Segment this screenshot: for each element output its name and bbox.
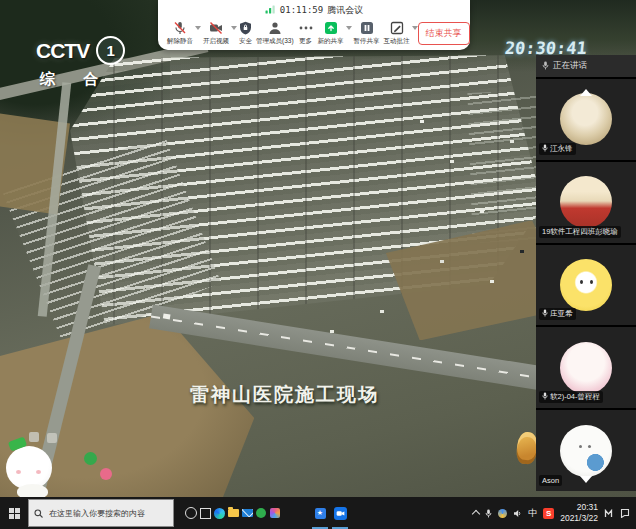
unmute-button[interactable]: 解除静音 xyxy=(165,21,195,46)
scroll-up-arrow-icon[interactable] xyxy=(580,89,592,96)
participant-name-badge: 江永锋 xyxy=(539,143,576,155)
participant-name: Ason xyxy=(542,476,559,485)
green-app-button[interactable] xyxy=(254,497,268,529)
more-button[interactable]: 更多 xyxy=(296,21,316,46)
clock-time: 20:31 xyxy=(577,502,598,513)
cctv-logo: CCTV 1 综 合 xyxy=(36,36,125,89)
system-tray: 中 S 20:31 2021/3/22 xyxy=(467,497,636,529)
avatar xyxy=(560,425,612,477)
meeting-app-name: 腾讯会议 xyxy=(327,4,363,17)
avatar xyxy=(560,259,612,311)
members-icon xyxy=(268,21,282,35)
cortana-icon xyxy=(185,507,197,519)
photos-button[interactable] xyxy=(268,497,282,529)
participant-name: 庄亚希 xyxy=(550,309,573,319)
taskbar-clock[interactable]: 20:31 2021/3/22 xyxy=(560,502,598,523)
broadcast-caption: 雷神山医院施工现场 xyxy=(190,382,379,408)
avatar xyxy=(560,342,612,394)
participant-tiles: 江永锋 19软件工程四班彭晓瑜 庄亚希 软2 xyxy=(536,77,636,491)
taskbar-apps xyxy=(184,497,282,529)
security-button[interactable]: 安全 xyxy=(237,21,254,46)
tray-app-icon[interactable] xyxy=(498,509,507,518)
sticker-body xyxy=(17,484,48,497)
green-badge xyxy=(84,452,97,465)
tencent-meeting-icon xyxy=(334,507,347,520)
task-view-icon xyxy=(200,508,211,519)
more-dots-icon xyxy=(298,21,314,35)
camera-muted-icon xyxy=(209,21,223,35)
pause-share-label: 暂停共享 xyxy=(354,37,380,46)
new-share-label: 新的共享 xyxy=(318,37,344,46)
participant-tile[interactable]: 19软件工程四班彭晓瑜 xyxy=(536,162,636,243)
video-trucks xyxy=(163,313,171,319)
start-video-button[interactable]: 开启视频 xyxy=(201,21,231,46)
screen: CCTV 1 综 合 20:30:41 雷神山医院施工现场 01:11:59 腾… xyxy=(0,0,636,529)
tray-mic-icon[interactable] xyxy=(485,504,492,522)
mic-muted-icon xyxy=(173,21,187,35)
participant-name: 软2)-04-曾程程 xyxy=(550,392,600,402)
cortana-button[interactable] xyxy=(184,497,198,529)
edge-icon xyxy=(214,508,225,519)
annotate-pen-icon xyxy=(390,21,404,35)
sogou-ime-icon[interactable]: S xyxy=(543,508,554,519)
mini-emote-icon xyxy=(47,433,57,443)
tencent-meeting-taskbar-button[interactable] xyxy=(330,497,350,529)
participants-sidebar: 正在讲话 江永锋 19软件工程四班彭晓瑜 xyxy=(536,55,636,491)
clock-date: 2021/3/22 xyxy=(560,513,598,524)
meeting-toolbar: 01:11:59 腾讯会议 解除静音 开启视频 安全 xyxy=(158,0,470,50)
ime-indicator[interactable]: 中 xyxy=(528,507,537,520)
participant-mic-icon xyxy=(542,392,548,402)
channel-number-badge: 1 xyxy=(96,36,125,65)
green-app-icon xyxy=(256,508,266,518)
manage-members-label: 管理成员(33) xyxy=(256,37,294,46)
avatar xyxy=(560,176,612,228)
annotate-label: 互动批注 xyxy=(384,37,410,46)
search-input[interactable] xyxy=(47,508,168,519)
edge-button[interactable] xyxy=(212,497,226,529)
taskbar-search[interactable] xyxy=(28,499,174,527)
new-share-button[interactable]: 新的共享 xyxy=(316,21,346,46)
taskbar-open-apps: ★ xyxy=(310,497,350,529)
task-view-button[interactable] xyxy=(198,497,212,529)
participant-tile[interactable]: 软2)-04-曾程程 xyxy=(536,327,636,408)
mail-button[interactable] xyxy=(240,497,254,529)
participant-name-badge: 软2)-04-曾程程 xyxy=(539,391,603,403)
participant-mic-icon xyxy=(542,144,548,154)
participant-name-badge: Ason xyxy=(539,475,562,486)
cctv-wordmark: CCTV xyxy=(36,39,89,63)
hidden-icons-chevron-icon[interactable] xyxy=(472,510,480,518)
start-button[interactable] xyxy=(0,497,28,529)
photos-icon xyxy=(270,508,280,518)
pause-share-icon xyxy=(360,21,374,35)
tray-speaker-icon[interactable] xyxy=(513,504,522,522)
annotate-button[interactable]: 互动批注 xyxy=(382,21,412,46)
security-label: 安全 xyxy=(239,37,252,46)
participant-name-badge: 19软件工程四班彭晓瑜 xyxy=(539,226,621,238)
file-explorer-button[interactable] xyxy=(226,497,240,529)
speaking-indicator: 正在讲话 xyxy=(536,55,636,77)
scroll-down-arrow-icon[interactable] xyxy=(580,476,592,483)
unmute-label: 解除静音 xyxy=(167,37,193,46)
speaking-label: 正在讲话 xyxy=(553,60,587,72)
participant-tile[interactable]: 庄亚希 xyxy=(536,245,636,326)
participant-mic-icon xyxy=(542,309,548,319)
participant-name: 江永锋 xyxy=(550,144,573,154)
video-vehicle-dots xyxy=(420,120,424,123)
manage-members-button[interactable]: 管理成员(33) xyxy=(254,21,296,46)
tray-m-icon[interactable] xyxy=(604,504,614,522)
start-video-label: 开启视频 xyxy=(203,37,229,46)
mini-emote-icon xyxy=(29,432,39,442)
action-center-icon[interactable] xyxy=(620,504,630,522)
end-share-button[interactable]: 结束共享 xyxy=(418,22,470,45)
windows-taskbar: ★ 中 S 20:31 2021/3/22 xyxy=(0,497,636,529)
more-label: 更多 xyxy=(299,37,312,46)
search-icon xyxy=(34,504,43,522)
star-app-button[interactable]: ★ xyxy=(310,497,330,529)
pause-share-button[interactable]: 暂停共享 xyxy=(352,21,382,46)
star-app-icon: ★ xyxy=(315,508,326,519)
annotate-options-caret[interactable] xyxy=(412,26,418,33)
speaking-mic-icon xyxy=(542,61,549,72)
avatar xyxy=(560,93,612,145)
meeting-timer: 01:11:59 xyxy=(280,5,323,15)
participant-name: 19软件工程四班彭晓瑜 xyxy=(542,227,618,237)
